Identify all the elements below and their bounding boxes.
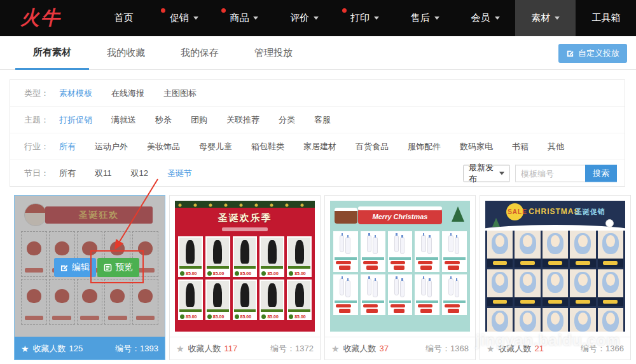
filter-option[interactable]: 所有: [59, 168, 76, 179]
filter-option[interactable]: 分类: [279, 114, 295, 126]
nav-item-label: 促销: [170, 12, 189, 24]
filter-option[interactable]: 素材模板: [59, 88, 92, 99]
thumb-product-cell: [598, 231, 623, 267]
price-amount: 85.00: [240, 271, 252, 276]
buy-button-badge: [548, 261, 563, 265]
filter-option[interactable]: 圣诞节: [167, 168, 192, 179]
star-icon[interactable]: ★: [331, 344, 340, 354]
search-button[interactable]: 搜索: [585, 165, 617, 182]
filter-option[interactable]: 书籍: [512, 141, 529, 152]
custom-launch-button[interactable]: 自定义投放: [558, 44, 627, 63]
template-thumbnail[interactable]: 圣诞欢乐季85.0085.0085.0085.0085.0085.0085.00…: [170, 196, 320, 337]
tab-2[interactable]: 我的收藏: [89, 36, 163, 70]
template-id-input[interactable]: [515, 165, 585, 182]
preview-button[interactable]: 预览: [97, 258, 139, 277]
edit-button[interactable]: 编辑: [54, 258, 96, 277]
filter-option[interactable]: 所有: [59, 141, 76, 152]
product-label-strip: [207, 266, 229, 269]
filter-option[interactable]: 美妆饰品: [147, 141, 180, 152]
nav-item-4[interactable]: 评价: [274, 0, 335, 36]
sort-select[interactable]: 最新发布: [463, 165, 510, 182]
buy-button-badge: [520, 300, 535, 304]
product-image: [455, 280, 459, 297]
filter-option[interactable]: 秒杀: [155, 114, 172, 126]
product-label-strip: [207, 309, 229, 312]
filter-option[interactable]: 百货食品: [356, 141, 389, 152]
filter-option[interactable]: 双11: [95, 168, 112, 179]
filter-option[interactable]: 在线海报: [111, 88, 144, 99]
nav-item-6[interactable]: 售后: [395, 0, 455, 36]
chevron-down-icon: [434, 17, 439, 20]
thumb-product-cell: [570, 269, 595, 306]
filter-row-label: 节日：: [24, 168, 49, 179]
product-label-strip: [443, 257, 466, 260]
tab-1[interactable]: 所有素材: [15, 36, 89, 70]
nav-item-label: 售后: [411, 12, 430, 24]
filter-option[interactable]: 满就送: [111, 114, 136, 126]
preview-icon: [104, 264, 112, 272]
price-tag: 85.00: [235, 314, 252, 319]
thumb-product-cell: [543, 269, 568, 306]
top-nav: 火牛 首页促销商品评价打印售后会员素材工具箱: [0, 0, 636, 36]
filter-option[interactable]: 家居建材: [303, 141, 336, 152]
filter-option[interactable]: 打折促销: [59, 114, 92, 126]
thumb-product-cell: [361, 231, 385, 272]
template-image: SALECHRISTMAS圣诞促销: [485, 201, 625, 332]
template-thumbnail[interactable]: SALECHRISTMAS圣诞促销: [480, 196, 630, 337]
nav-item-5[interactable]: 打印: [335, 0, 395, 36]
star-icon[interactable]: ★: [176, 344, 184, 354]
filter-option[interactable]: 双12: [131, 168, 148, 179]
filter-option[interactable]: 数码家电: [460, 141, 493, 152]
product-label-strip: [389, 257, 411, 260]
nav-item-9[interactable]: 工具箱: [576, 0, 636, 36]
edit-icon: [60, 264, 69, 272]
thumb-product-cell: 85.00: [233, 280, 258, 320]
nav-item-label: 工具箱: [591, 12, 620, 24]
nav-item-8[interactable]: 素材: [515, 0, 576, 36]
star-icon[interactable]: ★: [21, 344, 29, 354]
filter-option[interactable]: 团购: [191, 114, 207, 126]
thumb-product-cell: [598, 308, 623, 332]
product-label-strip: [389, 300, 411, 303]
product-image: [547, 272, 563, 293]
product-image: [400, 237, 404, 254]
template-card[interactable]: 圣诞狂欢编辑预览★收藏人数125编号：1393: [14, 195, 165, 360]
star-icon[interactable]: ★: [487, 344, 495, 354]
filter-option[interactable]: 运动户外: [95, 141, 128, 152]
price-amount: 85.00: [267, 314, 279, 319]
template-card[interactable]: 圣诞欢乐季85.0085.0085.0085.0085.0085.0085.00…: [169, 195, 321, 360]
tab-4[interactable]: 管理投放: [237, 36, 310, 70]
filter-option[interactable]: 关联推荐: [226, 114, 259, 126]
product-label-strip: [234, 309, 256, 312]
filter-option[interactable]: 母婴儿童: [199, 141, 232, 152]
thumb-product-cell: [487, 308, 513, 332]
filter-option[interactable]: 客服: [314, 114, 331, 126]
nav-item-7[interactable]: 会员: [455, 0, 516, 36]
template-card[interactable]: SALECHRISTMAS圣诞促销★收藏人数21编号：1366: [480, 195, 631, 360]
filter-option[interactable]: 箱包鞋类: [251, 141, 284, 152]
nav-item-1[interactable]: 首页: [93, 0, 154, 36]
template-code: 编号：1372: [270, 343, 314, 354]
filter-panel: 类型：素材模板在线海报主图图标主题：打折促销满就送秒杀团购关联推荐分类客服行业：…: [10, 79, 625, 187]
product-image: [345, 280, 350, 297]
notification-dot: [221, 8, 226, 13]
template-card[interactable]: Merry Christmas★收藏人数37编号：1368: [324, 195, 476, 360]
product-image: [261, 238, 283, 266]
filter-option[interactable]: 服饰配件: [408, 141, 441, 152]
product-image: [492, 272, 508, 293]
template-thumbnail[interactable]: Merry Christmas: [325, 196, 475, 337]
notification-dot: [161, 8, 165, 13]
template-code: 编号：1393: [115, 343, 158, 354]
favorite-count-label: 收藏人数: [33, 343, 66, 354]
nav-item-2[interactable]: 促销: [154, 0, 214, 36]
filter-option[interactable]: 主图图标: [163, 88, 197, 99]
tab-3[interactable]: 我的保存: [163, 36, 237, 70]
nav-item-3[interactable]: 商品: [214, 0, 275, 36]
filter-option[interactable]: 其他: [548, 141, 564, 152]
product-image: [261, 281, 283, 309]
product-image: [421, 278, 425, 295]
product-label-strip: [335, 257, 357, 260]
app-logo[interactable]: 火牛: [0, 0, 93, 36]
ribbon-badge: [420, 266, 432, 270]
price-amount: 85.00: [240, 314, 252, 319]
